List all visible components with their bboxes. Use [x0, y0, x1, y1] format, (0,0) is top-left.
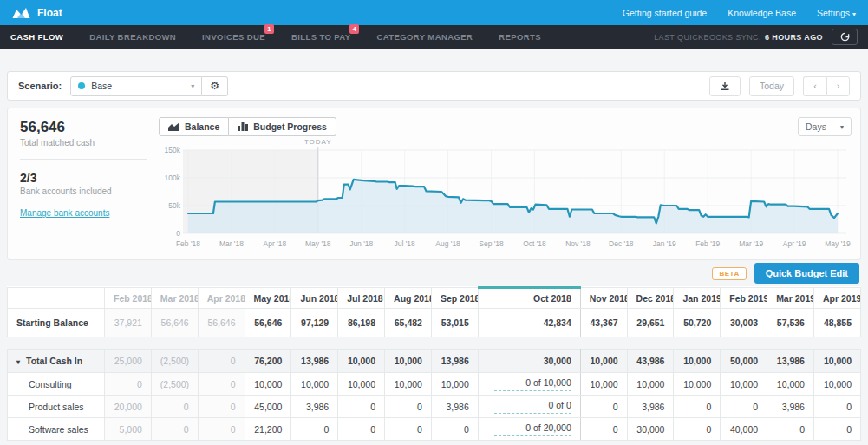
- svg-text:Jul '18: Jul '18: [395, 239, 416, 248]
- table-cell: 0: [198, 350, 245, 373]
- knowledge-base-link[interactable]: Knowledge Base: [728, 8, 796, 18]
- nav-item-daily-breakdown[interactable]: DAILY BREAKDOWN: [89, 32, 176, 42]
- column-header-month[interactable]: Mar 2018: [151, 288, 198, 309]
- getting-started-link[interactable]: Getting started guide: [623, 8, 707, 18]
- svg-text:May '18: May '18: [305, 239, 331, 248]
- table-cell: 0: [674, 396, 721, 418]
- column-header-month[interactable]: Jul 2018: [338, 288, 385, 309]
- tab-balance[interactable]: Balance: [159, 117, 229, 136]
- row-label: Product sales: [8, 396, 105, 418]
- table-cell: 37,921: [105, 309, 152, 337]
- column-header-month[interactable]: Apr 2019: [813, 288, 860, 309]
- nav-item-category-manager[interactable]: CATEGORY MANAGER: [376, 32, 473, 42]
- tab-budget-progress[interactable]: Budget Progress: [229, 117, 336, 136]
- table-cell: 56,646: [198, 309, 245, 337]
- column-header-month[interactable]: Nov 2018: [580, 288, 627, 309]
- total-matched-cash-caption: Total matched cash: [20, 138, 147, 147]
- column-header-month[interactable]: May 2018: [245, 288, 291, 309]
- scenario-label: Scenario:: [18, 81, 62, 91]
- summary-stats: 56,646 Total matched cash 2/3 Bank accou…: [18, 117, 159, 259]
- column-header-month[interactable]: Jun 2018: [291, 288, 338, 309]
- chart-range-select[interactable]: Days ▾: [798, 117, 852, 136]
- svg-text:Jan '19: Jan '19: [653, 239, 676, 248]
- table-cell: 0: [151, 396, 198, 418]
- cash-balance-chart[interactable]: TODAY150k100k50k0Feb '18Mar '18Apr '18Ma…: [159, 136, 852, 259]
- main-nav: CASH FLOWDAILY BREAKDOWNINVOICES DUE1BIL…: [0, 25, 868, 49]
- table-cell[interactable]: 30,000: [478, 350, 580, 373]
- nav-item-invoices-due[interactable]: INVOICES DUE1: [202, 32, 265, 42]
- column-header-month[interactable]: Oct 2018: [478, 288, 580, 309]
- table-cell: (2,500): [151, 350, 198, 373]
- quick-budget-edit-button[interactable]: Quick Budget Edit: [754, 263, 859, 284]
- svg-text:Mar '19: Mar '19: [739, 239, 763, 248]
- table-cell[interactable]: 0 of 0: [478, 396, 580, 418]
- table-cell: 97,129: [291, 309, 338, 337]
- sync-refresh-button[interactable]: [832, 29, 858, 45]
- table-cell: 30,000: [627, 418, 674, 441]
- previous-period-button[interactable]: ‹: [803, 76, 826, 96]
- table-cell: (2,500): [151, 373, 198, 396]
- column-header-month[interactable]: Jan 2019: [674, 288, 721, 309]
- quickbooks-sync-value: 6 HOURS AGO: [765, 33, 823, 42]
- column-header-month[interactable]: Sep 2018: [431, 288, 478, 309]
- table-cell[interactable]: 0 of 20,000: [478, 418, 580, 441]
- total-cash-in-row: ▾Total Cash In25,000(2,500)076,20013,986…: [8, 350, 861, 373]
- table-cell: 40,000: [721, 418, 767, 441]
- nav-item-reports[interactable]: REPORTS: [499, 32, 541, 42]
- svg-text:Nov '18: Nov '18: [565, 239, 591, 248]
- column-header-month[interactable]: Dec 2018: [627, 288, 674, 309]
- scenario-color-dot: [78, 82, 85, 89]
- column-header-month[interactable]: Feb 2018: [105, 288, 152, 309]
- table-cell: 0: [431, 418, 478, 441]
- total-matched-cash-value: 56,646: [20, 119, 147, 136]
- gear-icon: ⚙: [210, 80, 219, 92]
- svg-text:Jun '18: Jun '18: [349, 239, 373, 248]
- table-cell[interactable]: 0 of 10,000: [478, 373, 580, 396]
- table-cell: 53,015: [431, 309, 478, 337]
- today-button[interactable]: Today: [749, 76, 794, 96]
- chevron-down-icon: ▾: [191, 82, 194, 90]
- svg-text:Aug '18: Aug '18: [435, 239, 460, 248]
- column-header-month[interactable]: Feb 2019: [721, 288, 767, 309]
- table-cell: 10,000: [627, 373, 674, 396]
- row-label: Starting Balance: [8, 309, 105, 337]
- table-cell: 10,000: [291, 373, 338, 396]
- budget-edit-row: BETA Quick Budget Edit: [9, 260, 859, 286]
- svg-text:0: 0: [176, 229, 180, 238]
- column-header-month[interactable]: Mar 2019: [767, 288, 814, 309]
- svg-text:50k: 50k: [168, 201, 180, 210]
- scenario-settings-button[interactable]: ⚙: [202, 76, 228, 96]
- table-cell: 0: [105, 373, 152, 396]
- table-cell: 10,000: [431, 373, 478, 396]
- table-cell: 10,000: [385, 373, 432, 396]
- column-header-month[interactable]: Aug 2018: [385, 288, 432, 309]
- table-cell: 0: [198, 396, 245, 418]
- category-row: Consulting0(2,500)010,00010,00010,00010,…: [8, 373, 861, 396]
- chevron-down-icon: ▾: [852, 10, 856, 18]
- row-label: Consulting: [8, 373, 105, 396]
- table-cell: 0: [813, 396, 860, 418]
- quickbooks-sync-label: LAST QUICKBOOKS SYNC:: [654, 33, 761, 42]
- table-cell: 0: [385, 396, 432, 418]
- download-button[interactable]: [709, 76, 741, 96]
- chevron-down-icon: ▾: [840, 123, 844, 131]
- row-label-header: [8, 288, 105, 309]
- brand[interactable]: Float: [12, 7, 62, 19]
- scenario-select[interactable]: Base ▾: [70, 76, 202, 96]
- table-header-row: Feb 2018Mar 2018Apr 2018May 2018Jun 2018…: [8, 288, 861, 309]
- table-cell: 0: [385, 418, 432, 441]
- nav-item-cash-flow[interactable]: CASH FLOW: [10, 32, 63, 42]
- nav-item-bills-to-pay[interactable]: BILLS TO PAY4: [291, 32, 351, 42]
- column-header-month[interactable]: Apr 2018: [198, 288, 245, 309]
- table-cell: 25,000: [105, 350, 152, 373]
- collapse-triangle-icon[interactable]: ▾: [16, 358, 20, 366]
- chart-zone: Balance Budget Progress Days ▾ TODAY150k…: [159, 117, 852, 259]
- manage-bank-accounts-link[interactable]: Manage bank accounts: [20, 208, 109, 218]
- next-period-button[interactable]: ›: [826, 76, 850, 96]
- table-cell[interactable]: 42,834: [478, 309, 580, 337]
- scenario-bar: Scenario: Base ▾ ⚙ Today ‹ ›: [7, 71, 861, 101]
- settings-menu[interactable]: Settings▾: [817, 8, 856, 18]
- table-cell: 65,482: [385, 309, 432, 337]
- chevron-right-icon: ›: [837, 81, 840, 91]
- table-cell: 50,000: [721, 350, 767, 373]
